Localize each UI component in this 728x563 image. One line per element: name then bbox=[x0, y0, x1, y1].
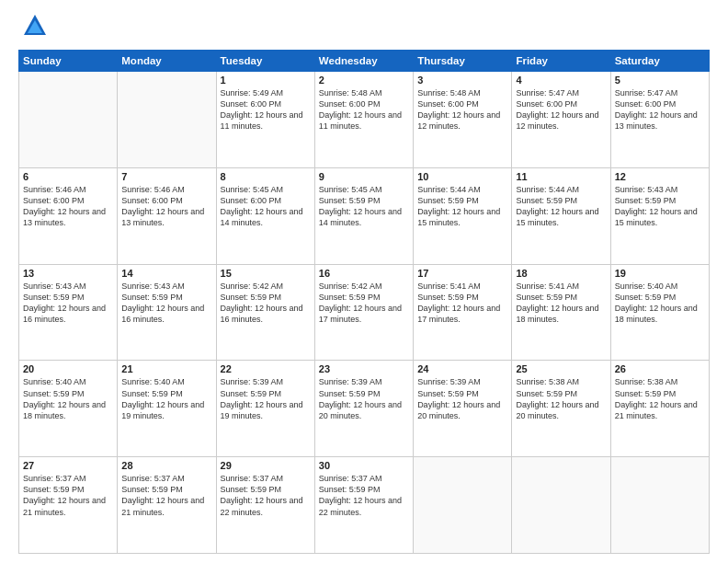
day-cell: 30Sunrise: 5:37 AM Sunset: 5:59 PM Dayli… bbox=[314, 457, 413, 554]
day-info: Sunrise: 5:47 AM Sunset: 6:00 PM Dayligh… bbox=[615, 87, 705, 132]
day-info: Sunrise: 5:47 AM Sunset: 6:00 PM Dayligh… bbox=[516, 87, 606, 132]
day-info: Sunrise: 5:40 AM Sunset: 5:59 PM Dayligh… bbox=[615, 281, 705, 326]
day-number: 23 bbox=[319, 363, 409, 374]
day-cell: 1Sunrise: 5:49 AM Sunset: 6:00 PM Daylig… bbox=[216, 72, 314, 168]
day-number: 10 bbox=[417, 171, 507, 182]
day-cell: 3Sunrise: 5:48 AM Sunset: 6:00 PM Daylig… bbox=[414, 72, 512, 168]
day-cell: 13Sunrise: 5:43 AM Sunset: 5:59 PM Dayli… bbox=[19, 264, 118, 361]
day-cell: 6Sunrise: 5:46 AM Sunset: 6:00 PM Daylig… bbox=[19, 167, 118, 264]
day-info: Sunrise: 5:37 AM Sunset: 5:59 PM Dayligh… bbox=[319, 473, 409, 518]
day-info: Sunrise: 5:49 AM Sunset: 6:00 PM Dayligh… bbox=[221, 87, 311, 132]
day-info: Sunrise: 5:37 AM Sunset: 5:59 PM Dayligh… bbox=[221, 473, 311, 518]
day-number: 11 bbox=[516, 171, 606, 182]
header bbox=[18, 15, 710, 40]
day-cell bbox=[19, 72, 118, 168]
day-cell: 14Sunrise: 5:43 AM Sunset: 5:59 PM Dayli… bbox=[118, 264, 216, 361]
header-cell-wednesday: Wednesday bbox=[314, 51, 413, 72]
day-number: 24 bbox=[417, 363, 507, 374]
week-row-2: 13Sunrise: 5:43 AM Sunset: 5:59 PM Dayli… bbox=[19, 264, 710, 361]
week-row-1: 6Sunrise: 5:46 AM Sunset: 6:00 PM Daylig… bbox=[19, 167, 710, 264]
day-cell: 17Sunrise: 5:41 AM Sunset: 5:59 PM Dayli… bbox=[414, 264, 512, 361]
day-cell: 20Sunrise: 5:40 AM Sunset: 5:59 PM Dayli… bbox=[19, 361, 118, 457]
day-cell: 29Sunrise: 5:37 AM Sunset: 5:59 PM Dayli… bbox=[216, 457, 314, 554]
day-number: 6 bbox=[23, 171, 113, 182]
week-row-3: 20Sunrise: 5:40 AM Sunset: 5:59 PM Dayli… bbox=[19, 361, 710, 457]
header-cell-saturday: Saturday bbox=[610, 51, 709, 72]
day-cell: 9Sunrise: 5:45 AM Sunset: 5:59 PM Daylig… bbox=[314, 167, 413, 264]
day-info: Sunrise: 5:40 AM Sunset: 5:59 PM Dayligh… bbox=[23, 376, 113, 421]
day-info: Sunrise: 5:44 AM Sunset: 5:59 PM Dayligh… bbox=[417, 184, 507, 229]
day-cell: 28Sunrise: 5:37 AM Sunset: 5:59 PM Dayli… bbox=[118, 457, 216, 554]
day-number: 28 bbox=[121, 460, 211, 471]
day-cell: 7Sunrise: 5:46 AM Sunset: 6:00 PM Daylig… bbox=[118, 167, 216, 264]
day-number: 18 bbox=[516, 268, 606, 279]
day-number: 8 bbox=[221, 171, 311, 182]
header-row: SundayMondayTuesdayWednesdayThursdayFrid… bbox=[19, 51, 710, 72]
logo bbox=[18, 15, 48, 40]
header-cell-tuesday: Tuesday bbox=[216, 51, 314, 72]
day-number: 9 bbox=[319, 171, 409, 182]
day-cell: 8Sunrise: 5:45 AM Sunset: 6:00 PM Daylig… bbox=[216, 167, 314, 264]
day-number: 20 bbox=[23, 363, 113, 374]
day-number: 7 bbox=[121, 171, 211, 182]
day-cell: 4Sunrise: 5:47 AM Sunset: 6:00 PM Daylig… bbox=[512, 72, 610, 168]
day-cell: 21Sunrise: 5:40 AM Sunset: 5:59 PM Dayli… bbox=[118, 361, 216, 457]
day-info: Sunrise: 5:45 AM Sunset: 5:59 PM Dayligh… bbox=[319, 184, 409, 229]
day-cell: 23Sunrise: 5:39 AM Sunset: 5:59 PM Dayli… bbox=[314, 361, 413, 457]
day-number: 13 bbox=[23, 268, 113, 279]
day-info: Sunrise: 5:41 AM Sunset: 5:59 PM Dayligh… bbox=[516, 281, 606, 326]
day-number: 26 bbox=[615, 363, 705, 374]
day-cell: 12Sunrise: 5:43 AM Sunset: 5:59 PM Dayli… bbox=[610, 167, 709, 264]
day-info: Sunrise: 5:39 AM Sunset: 5:59 PM Dayligh… bbox=[319, 376, 409, 421]
day-info: Sunrise: 5:42 AM Sunset: 5:59 PM Dayligh… bbox=[319, 281, 409, 326]
day-number: 1 bbox=[221, 75, 311, 86]
day-number: 4 bbox=[516, 75, 606, 86]
header-cell-monday: Monday bbox=[118, 51, 216, 72]
logo-icon bbox=[22, 13, 48, 39]
calendar-header: SundayMondayTuesdayWednesdayThursdayFrid… bbox=[19, 51, 710, 72]
calendar-table: SundayMondayTuesdayWednesdayThursdayFrid… bbox=[18, 50, 710, 554]
day-cell: 25Sunrise: 5:38 AM Sunset: 5:59 PM Dayli… bbox=[512, 361, 610, 457]
day-cell bbox=[512, 457, 610, 554]
day-number: 14 bbox=[121, 268, 211, 279]
day-cell: 26Sunrise: 5:38 AM Sunset: 5:59 PM Dayli… bbox=[610, 361, 709, 457]
day-info: Sunrise: 5:45 AM Sunset: 6:00 PM Dayligh… bbox=[221, 184, 311, 229]
day-cell bbox=[414, 457, 512, 554]
day-number: 21 bbox=[121, 363, 211, 374]
day-cell bbox=[610, 457, 709, 554]
day-number: 22 bbox=[221, 363, 311, 374]
day-cell: 16Sunrise: 5:42 AM Sunset: 5:59 PM Dayli… bbox=[314, 264, 413, 361]
day-number: 29 bbox=[221, 460, 311, 471]
day-cell: 11Sunrise: 5:44 AM Sunset: 5:59 PM Dayli… bbox=[512, 167, 610, 264]
day-info: Sunrise: 5:48 AM Sunset: 6:00 PM Dayligh… bbox=[319, 87, 409, 132]
day-number: 27 bbox=[23, 460, 113, 471]
day-number: 12 bbox=[615, 171, 705, 182]
header-cell-thursday: Thursday bbox=[414, 51, 512, 72]
day-cell: 5Sunrise: 5:47 AM Sunset: 6:00 PM Daylig… bbox=[610, 72, 709, 168]
day-info: Sunrise: 5:48 AM Sunset: 6:00 PM Dayligh… bbox=[417, 87, 507, 132]
day-info: Sunrise: 5:38 AM Sunset: 5:59 PM Dayligh… bbox=[615, 376, 705, 421]
day-number: 3 bbox=[417, 75, 507, 86]
day-cell: 19Sunrise: 5:40 AM Sunset: 5:59 PM Dayli… bbox=[610, 264, 709, 361]
day-info: Sunrise: 5:42 AM Sunset: 5:59 PM Dayligh… bbox=[221, 281, 311, 326]
week-row-0: 1Sunrise: 5:49 AM Sunset: 6:00 PM Daylig… bbox=[19, 72, 710, 168]
week-row-4: 27Sunrise: 5:37 AM Sunset: 5:59 PM Dayli… bbox=[19, 457, 710, 554]
day-number: 17 bbox=[417, 268, 507, 279]
day-info: Sunrise: 5:46 AM Sunset: 6:00 PM Dayligh… bbox=[23, 184, 113, 229]
day-info: Sunrise: 5:37 AM Sunset: 5:59 PM Dayligh… bbox=[121, 473, 211, 518]
day-cell: 10Sunrise: 5:44 AM Sunset: 5:59 PM Dayli… bbox=[414, 167, 512, 264]
header-cell-friday: Friday bbox=[512, 51, 610, 72]
day-info: Sunrise: 5:39 AM Sunset: 5:59 PM Dayligh… bbox=[417, 376, 507, 421]
day-info: Sunrise: 5:43 AM Sunset: 5:59 PM Dayligh… bbox=[23, 281, 113, 326]
day-info: Sunrise: 5:43 AM Sunset: 5:59 PM Dayligh… bbox=[615, 184, 705, 229]
day-info: Sunrise: 5:37 AM Sunset: 5:59 PM Dayligh… bbox=[23, 473, 113, 518]
day-cell bbox=[118, 72, 216, 168]
day-info: Sunrise: 5:44 AM Sunset: 5:59 PM Dayligh… bbox=[516, 184, 606, 229]
header-cell-sunday: Sunday bbox=[19, 51, 118, 72]
day-info: Sunrise: 5:39 AM Sunset: 5:59 PM Dayligh… bbox=[221, 376, 311, 421]
day-number: 5 bbox=[615, 75, 705, 86]
day-number: 15 bbox=[221, 268, 311, 279]
day-cell: 24Sunrise: 5:39 AM Sunset: 5:59 PM Dayli… bbox=[414, 361, 512, 457]
day-number: 25 bbox=[516, 363, 606, 374]
day-cell: 2Sunrise: 5:48 AM Sunset: 6:00 PM Daylig… bbox=[314, 72, 413, 168]
